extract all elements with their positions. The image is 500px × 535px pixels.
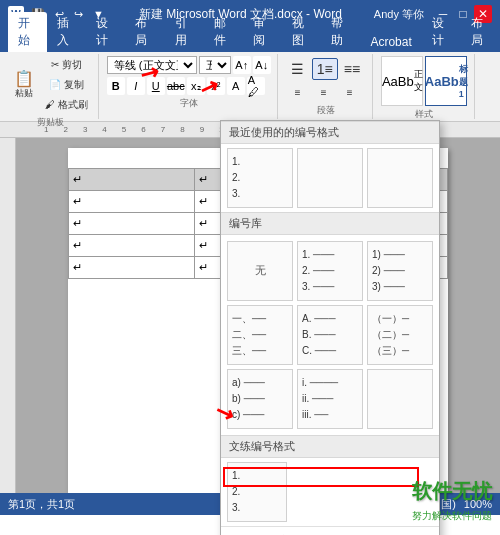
align-right-button[interactable]: ≡ xyxy=(338,85,362,100)
zoom-level: 100% xyxy=(464,498,492,510)
tab-acrobat[interactable]: Acrobat xyxy=(360,32,421,52)
style-heading1[interactable]: AaBb标题 1 xyxy=(425,56,467,106)
table-cell: ↵ xyxy=(69,191,195,213)
tab-design2[interactable]: 设计 xyxy=(422,12,461,52)
list-dropdown: 最近使用的的编号格式 1. 2. 3. 编号库 无 1. ─── 2. ─── … xyxy=(220,120,440,535)
list-option-chinese[interactable]: 一、── 二、── 三、── xyxy=(227,305,293,365)
ruler-marks: 1 2 3 4 5 6 7 8 9 10 xyxy=(40,125,228,134)
paragraph-group: ☰ 1≡ ≡≡ ≡ ≡ ≡ 段落 xyxy=(280,54,373,119)
superscript-button[interactable]: x² xyxy=(207,77,225,95)
ribbon-content: 📋 粘贴 ✂ 剪切 📄 复制 🖌 格式刷 剪贴板 等线 (正文文正文) 五号 A… xyxy=(0,52,500,122)
doc-list-section-title: 文练编号格式 xyxy=(221,435,439,458)
list-option-numbered[interactable]: 1. ─── 2. ─── 3. ─── xyxy=(297,241,363,301)
list-option-paren[interactable]: 1) ─── 2) ─── 3) ─── xyxy=(367,241,433,301)
dropdown-footer: ▶ 更改列表级别(L) ≡ 定义新编号格式(D)... ☑ 设置编号值(V)..… xyxy=(221,526,439,535)
paste-button[interactable]: 📋 粘贴 xyxy=(10,69,38,102)
list-option-abc[interactable]: a) ─── b) ─── c) ─── xyxy=(227,369,293,429)
numbering-button[interactable]: 1≡ xyxy=(312,58,338,80)
bullets-button[interactable]: ☰ xyxy=(286,59,310,79)
library-list-grid: 无 1. ─── 2. ─── 3. ─── 1) ─── 2) ─── 3) … xyxy=(221,235,439,435)
recent-option-2[interactable] xyxy=(297,148,363,208)
list-option-alpha[interactable]: A. ─── B. ─── C. ─── xyxy=(297,305,363,365)
styles-label: 样式 xyxy=(415,106,433,121)
font-size-select[interactable]: 五号 xyxy=(199,56,231,74)
clipboard-buttons: 📋 粘贴 ✂ 剪切 📄 复制 🖌 格式刷 xyxy=(10,56,92,114)
clipboard-label: 剪贴板 xyxy=(37,114,64,129)
table-cell: ↵ xyxy=(69,235,195,257)
grow-font-button[interactable]: A↑ xyxy=(233,56,251,74)
page-info: 第1页，共1页 xyxy=(8,497,75,512)
library-section-title: 编号库 xyxy=(221,212,439,235)
tab-layout[interactable]: 布局 xyxy=(125,12,164,52)
table-cell: ↵ xyxy=(69,213,195,235)
strikethrough-button[interactable]: abc xyxy=(167,77,185,95)
tab-layout2[interactable]: 布局 xyxy=(461,12,500,52)
style-normal[interactable]: AaBb正文 xyxy=(381,56,423,106)
font-group: 等线 (正文文正文) 五号 A↑ A↓ B I U abc x₂ x² A A🖊… xyxy=(101,54,278,119)
recent-list-grid: 1. 2. 3. xyxy=(221,144,439,212)
left-ruler xyxy=(0,138,16,493)
underline-button[interactable]: U xyxy=(147,77,165,95)
list-option-chinese-paren[interactable]: （一）─ （二）─ （三）─ xyxy=(367,305,433,365)
bold-button[interactable]: B xyxy=(107,77,125,95)
paste-icon: 📋 xyxy=(14,71,34,87)
style-gallery: AaBb正文 AaBb标题 1 xyxy=(381,56,467,106)
user-name: Andy 等你 xyxy=(374,7,424,22)
font-color-button[interactable]: A xyxy=(227,77,245,95)
doc-list-option[interactable]: 1. 2. 3. xyxy=(227,462,287,522)
tab-mailings[interactable]: 邮件 xyxy=(204,12,243,52)
shrink-font-button[interactable]: A↓ xyxy=(253,56,271,74)
paste-label: 粘贴 xyxy=(15,87,33,100)
doc-list-area: 1. 2. 3. xyxy=(221,458,439,526)
table-cell: ↵ xyxy=(69,257,195,279)
tab-references[interactable]: 引用 xyxy=(165,12,204,52)
highlight-button[interactable]: A🖊 xyxy=(247,77,265,95)
styles-group: AaBb正文 AaBb标题 1 样式 xyxy=(375,54,475,119)
align-center-button[interactable]: ≡ xyxy=(312,85,336,100)
tab-insert[interactable]: 插入 xyxy=(47,12,86,52)
tab-home[interactable]: 开始 xyxy=(8,12,47,52)
tab-view[interactable]: 视图 xyxy=(282,12,321,52)
list-option-empty[interactable] xyxy=(367,369,433,429)
paragraph-buttons: ☰ 1≡ ≡≡ ≡ ≡ ≡ xyxy=(286,56,366,102)
font-label: 字体 xyxy=(180,95,198,110)
paragraph-label: 段落 xyxy=(317,102,335,117)
list-option-roman[interactable]: i. ──── ii. ─── iii. ── xyxy=(297,369,363,429)
tab-help[interactable]: 帮助 xyxy=(321,12,360,52)
list-none-option[interactable]: 无 xyxy=(227,241,293,301)
copy-button[interactable]: 📄 复制 xyxy=(41,76,92,94)
tab-design[interactable]: 设计 xyxy=(86,12,125,52)
subscript-button[interactable]: x₂ xyxy=(187,77,205,95)
recent-option-3[interactable] xyxy=(367,148,433,208)
align-left-button[interactable]: ≡ xyxy=(286,85,310,100)
recent-section-title: 最近使用的的编号格式 xyxy=(221,121,439,144)
change-level-item[interactable]: ▶ 更改列表级别(L) xyxy=(221,529,439,535)
ribbon-tabs: 开始 插入 设计 布局 引用 邮件 审阅 视图 帮助 Acrobat 设计 布局 xyxy=(0,28,500,52)
format-painter-button[interactable]: 🖌 格式刷 xyxy=(41,96,92,114)
font-selectors: 等线 (正文文正文) 五号 A↑ A↓ xyxy=(107,56,271,74)
recent-option-1[interactable]: 1. 2. 3. xyxy=(227,148,293,208)
italic-button[interactable]: I xyxy=(127,77,145,95)
font-style-row: B I U abc x₂ x² A A🖊 xyxy=(107,77,271,95)
cut-button[interactable]: ✂ 剪切 xyxy=(41,56,92,74)
table-cell: ↵ xyxy=(69,169,195,191)
clipboard-group: 📋 粘贴 ✂ 剪切 📄 复制 🖌 格式刷 剪贴板 xyxy=(4,54,99,119)
font-name-select[interactable]: 等线 (正文文正文) xyxy=(107,56,197,74)
multilevel-button[interactable]: ≡≡ xyxy=(340,59,364,79)
tab-review[interactable]: 审阅 xyxy=(243,12,282,52)
